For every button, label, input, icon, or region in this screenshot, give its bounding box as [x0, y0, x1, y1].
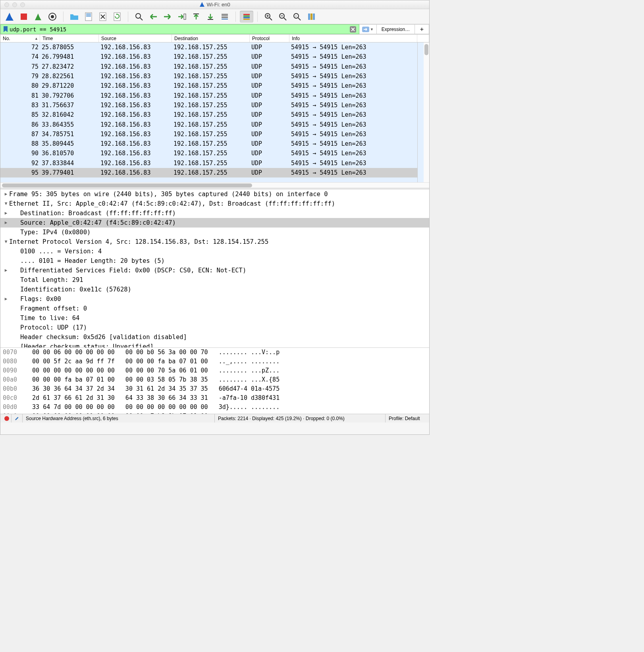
status-stats: Packets: 2214 · Displayed: 425 (19.2%) ·… [215, 414, 386, 422]
close-file-button[interactable] [96, 11, 110, 23]
vertical-scrollbar[interactable] [424, 42, 429, 182]
detail-row[interactable]: Fragment offset: 0 [0, 304, 429, 313]
detail-row[interactable]: Type: IPv4 (0x0800) [0, 228, 429, 237]
zoom-reset-button[interactable]: = [290, 11, 304, 23]
window-title: Wi-Fi: en0 [0, 2, 429, 8]
col-info[interactable]: Info [289, 35, 417, 42]
packet-row[interactable]: 8029.871220192.168.156.83192.168.157.255… [0, 81, 417, 91]
packet-row[interactable]: 7225.878055192.168.156.83192.168.157.255… [0, 42, 417, 52]
goto-first-button[interactable] [189, 11, 203, 23]
hex-row[interactable]: 0090 00 00 00 00 00 00 00 00 00 00 00 70… [0, 366, 429, 375]
status-profile[interactable]: Profile: Default [386, 414, 429, 422]
detail-row[interactable]: Total Length: 291 [0, 275, 429, 285]
packet-row[interactable]: 7527.823472192.168.156.83192.168.157.255… [0, 62, 417, 71]
hex-row[interactable]: 00c0 2d 61 37 66 61 2d 31 30 64 33 38 30… [0, 394, 429, 403]
detail-row[interactable]: ▼Ethernet II, Src: Apple_c0:42:47 (f4:5c… [0, 199, 429, 208]
detail-row[interactable]: ▶ Source: Apple_c0:42:47 (f4:5c:89:c0:42… [0, 218, 429, 228]
col-time[interactable]: Time [40, 35, 99, 42]
zoom-in-button[interactable] [262, 11, 275, 23]
add-filter-button[interactable]: + [415, 24, 429, 34]
edit-capture-button[interactable] [12, 414, 23, 422]
expression-button[interactable]: Expression… [377, 24, 415, 34]
restart-capture-button[interactable] [31, 11, 45, 23]
main-toolbar: = [0, 9, 429, 24]
detail-row[interactable]: ▼Internet Protocol Version 4, Src: 128.1… [0, 237, 429, 247]
zoom-out-button[interactable] [276, 11, 289, 23]
packet-row[interactable]: 7426.799481192.168.156.83192.168.157.255… [0, 52, 417, 62]
stop-capture-button[interactable] [17, 11, 31, 23]
expert-indicator-icon [4, 416, 9, 421]
clear-filter-button[interactable] [349, 26, 357, 33]
resize-columns-button[interactable] [305, 11, 318, 23]
detail-row[interactable]: ▶ Flags: 0x00 [0, 294, 429, 304]
sort-asc-icon: ▲ [35, 37, 38, 41]
packet-row[interactable]: 7928.822561192.168.156.83192.168.157.255… [0, 71, 417, 81]
packet-row[interactable]: 8130.792706192.168.156.83192.168.157.255… [0, 91, 417, 100]
status-bar: Source Hardware Address (eth.src), 6 byt… [0, 414, 429, 422]
packet-row[interactable]: 8734.785751192.168.156.83192.168.157.255… [0, 129, 417, 139]
hex-row[interactable]: 00d0 33 64 7d 00 00 00 00 00 00 00 00 00… [0, 403, 429, 412]
svg-text:=: = [295, 14, 297, 18]
bookmark-icon[interactable] [3, 26, 8, 33]
svg-rect-16 [222, 17, 228, 18]
capture-options-button[interactable] [46, 11, 59, 23]
horizontal-scrollbar[interactable] [0, 182, 429, 188]
hex-row[interactable]: 00a0 00 00 00 fa ba 07 01 00 00 00 03 58… [0, 375, 429, 384]
auto-scroll-button[interactable] [218, 11, 231, 23]
svg-rect-18 [243, 14, 250, 15]
detail-row[interactable]: Header checksum: 0x5d26 [validation disa… [0, 332, 429, 342]
col-no[interactable]: No.▲ [0, 35, 40, 42]
detail-row[interactable]: Protocol: UDP (17) [0, 323, 429, 332]
shark-fin-icon[interactable] [3, 11, 16, 23]
svg-rect-32 [308, 14, 310, 20]
hex-row[interactable]: 0070 00 00 06 00 00 00 00 00 00 00 b0 56… [0, 348, 429, 357]
hex-row[interactable]: 00b0 36 30 36 64 34 37 2d 34 30 31 61 2d… [0, 384, 429, 394]
svg-rect-0 [21, 14, 27, 20]
packet-list[interactable]: 7225.878055192.168.156.83192.168.157.255… [0, 42, 417, 182]
detail-row[interactable]: 0100 .... = Version: 4 [0, 247, 429, 256]
packet-row[interactable]: 8633.864355192.168.156.83192.168.157.255… [0, 120, 417, 129]
save-file-button[interactable] [82, 11, 95, 23]
col-source[interactable]: Source [99, 35, 172, 42]
svg-rect-21 [243, 19, 250, 20]
detail-row[interactable]: Time to live: 64 [0, 313, 429, 323]
detail-row[interactable]: ▶ Differentiated Services Field: 0x00 (D… [0, 266, 429, 275]
display-filter-input[interactable]: udp.port == 54915 [0, 24, 359, 34]
packet-bytes[interactable]: 0070 00 00 06 00 00 00 00 00 00 00 b0 56… [0, 347, 429, 414]
goto-last-button[interactable] [204, 11, 217, 23]
detail-row[interactable]: ▶Frame 95: 305 bytes on wire (2440 bits)… [0, 189, 429, 199]
svg-line-10 [140, 18, 143, 20]
packet-row[interactable]: 9237.833844192.168.156.83192.168.157.255… [0, 158, 417, 168]
open-file-button[interactable] [67, 11, 81, 23]
detail-row[interactable]: [Header checksum status: Unverified] [0, 342, 429, 347]
svg-rect-11 [184, 14, 186, 19]
col-protocol[interactable]: Protocol [250, 35, 289, 42]
svg-rect-5 [86, 15, 91, 15]
detail-row[interactable]: Identification: 0xe11c (57628) [0, 285, 429, 294]
filter-history-dropdown[interactable]: ▼ [359, 24, 377, 34]
svg-rect-17 [222, 19, 228, 19]
packet-row[interactable]: 8835.809445192.168.156.83192.168.157.255… [0, 139, 417, 149]
minimap[interactable] [418, 42, 424, 182]
svg-rect-19 [243, 15, 250, 17]
col-spacer [417, 35, 429, 42]
expert-info-button[interactable] [0, 414, 12, 422]
col-destination[interactable]: Destination [172, 35, 250, 42]
find-packet-button[interactable] [132, 11, 146, 23]
status-field: Source Hardware Address (eth.src), 6 byt… [23, 414, 215, 422]
svg-rect-34 [313, 14, 315, 20]
reload-file-button[interactable] [110, 11, 124, 23]
colorize-button[interactable] [240, 11, 253, 23]
go-forward-button[interactable] [161, 11, 174, 23]
go-back-button[interactable] [147, 11, 160, 23]
packet-row[interactable]: 9539.779401192.168.156.83192.168.157.255… [0, 168, 417, 177]
packet-details[interactable]: ▶Frame 95: 305 bytes on wire (2440 bits)… [0, 189, 429, 347]
packet-row[interactable]: 8532.816042192.168.156.83192.168.157.255… [0, 110, 417, 120]
detail-row[interactable]: .... 0101 = Header Length: 20 bytes (5) [0, 256, 429, 266]
packet-row[interactable]: 9036.810570192.168.156.83192.168.157.255… [0, 149, 417, 158]
packet-list-gutter [417, 42, 429, 182]
goto-packet-button[interactable] [175, 11, 189, 23]
packet-row[interactable]: 8331.756637192.168.156.83192.168.157.255… [0, 100, 417, 110]
detail-row[interactable]: ▶ Destination: Broadcast (ff:ff:ff:ff:ff… [0, 208, 429, 218]
hex-row[interactable]: 0080 00 00 5f 2c aa 9d ff 7f 00 00 00 fa… [0, 357, 429, 366]
